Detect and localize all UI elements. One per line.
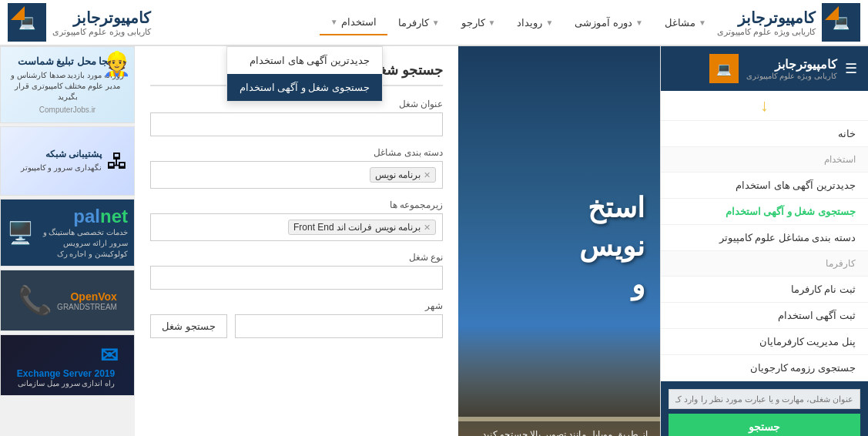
hero-text: استخ نویس و	[579, 189, 645, 305]
site-title-right: کامپیوترجابز	[52, 8, 151, 27]
search-jobs-button[interactable]: جستجو شغل	[150, 314, 227, 338]
ad-block-5[interactable]: ✉ Exchange Server 2019 راه اندازی سرور م…	[0, 334, 135, 396]
network-icon: 🖧	[106, 149, 128, 174]
subcategory-tag: ✕ برنامه نویس فرانت اند Front End	[288, 220, 436, 235]
dropdown-item-search[interactable]: جستجوی شغل و آگهی استخدام	[227, 74, 382, 101]
logo-text-right: کامپیوترجابز کاریابی ویژه علوم کامپیوتری	[52, 8, 151, 37]
category-tag: ✕ برنامه نویس	[370, 167, 436, 183]
site-subtitle-right: کاریابی ویژه علوم کامپیوتری	[52, 27, 151, 37]
exchange-desc: راه اندازی سرور میل سازمانی	[17, 379, 115, 387]
exchange-title: Exchange Server 2019	[17, 368, 115, 379]
down-arrow-area: ↓	[661, 91, 868, 121]
ad2-text-area: پشتیبانی شبکه نگهداری سرور و کامپیوتر	[21, 149, 102, 173]
sidebar-item-job-categories[interactable]: دسته بندی مشاغل علوم کامپیوتر	[661, 225, 868, 251]
logo-text: کامپیوترجابز کاریابی ویژه علوم کامپیوتری	[717, 8, 816, 37]
nav-item-mashaghel[interactable]: ▼ مشاغل	[654, 11, 717, 35]
sidebar-item-search-resumes[interactable]: جستجوی رزومه کارجویان	[661, 355, 868, 381]
subcategory-tag-close[interactable]: ✕	[424, 223, 431, 233]
hero-bottom-text: از طریق موبایل مانند تصویر بالا جستجو کن…	[458, 421, 660, 436]
category-tag-close[interactable]: ✕	[424, 170, 431, 180]
logo-icon-right: 💻	[8, 3, 46, 42]
search-form-panel: جستجو شغل عنوان شغل دسته بندی مشاغل ✕ بر…	[135, 46, 458, 436]
chevron-down-icon: ▼	[432, 18, 440, 27]
sidebar-menu: خانه استخدام جدیدترین آگهی های استخدام ج…	[661, 121, 868, 381]
ads-sidebar: 👷 اینجا محل تبلیغ شماست روزانه مورد بازد…	[0, 46, 135, 436]
hero-text-line2: نویس	[579, 227, 645, 266]
subcategory-tag-input[interactable]: ✕ برنامه نویس فرانت اند Front End	[150, 213, 443, 241]
openvox-brand: OpenVox	[57, 290, 117, 303]
sidebar-item-newest-jobs[interactable]: جدیدترین آگهی های استخدام	[661, 173, 868, 199]
job-type-group: نوع شغل	[150, 252, 443, 290]
hero-gradient	[458, 324, 660, 417]
main-container: ☰ کامپیوترجابز کاریابی ویژه علوم کامپیوت…	[0, 46, 868, 436]
worker-icon: 👷	[102, 50, 131, 77]
sidebar-item-post-job[interactable]: ثبت آگهی استخدام	[661, 303, 868, 329]
job-type-input[interactable]	[150, 266, 443, 290]
ad5-content: ✉ Exchange Server 2019 راه اندازی سرور م…	[17, 343, 118, 387]
ad2-content: 🖧 پشتیبانی شبکه نگهداری سرور و کامپیوتر	[7, 149, 128, 174]
ad-block-2[interactable]: 🖧 پشتیبانی شبکه نگهداری سرور و کامپیوتر	[0, 126, 135, 196]
sidebar-section-karfarma: کارفرما	[661, 251, 868, 277]
exchange-icon: ✉	[17, 343, 118, 368]
subcategory-tag-label: برنامه نویس فرانت اند Front End	[293, 222, 421, 233]
hero-text-line3: و	[579, 267, 645, 305]
sidebar-search-button[interactable]: جستجو	[669, 414, 860, 436]
subcategory-group: زیرمجموعه ها ✕ برنامه نویس فرانت اند Fro…	[150, 200, 443, 241]
estekhdam-dropdown: جدیدترین آگهی های استخدام جستجوی شغل و آ…	[226, 46, 383, 102]
city-search-row: شهر جستجو شغل	[150, 300, 443, 349]
nav-item-estekhdam[interactable]: استخدام ▼	[320, 10, 387, 35]
sidebar-title: کامپیوترجابز	[746, 57, 837, 72]
subcategory-label: زیرمجموعه ها	[150, 200, 443, 210]
chevron-down-icon: ▼	[545, 18, 553, 27]
sidebar-item-register-employer[interactable]: ثبت نام کارفرما	[661, 277, 868, 303]
city-group: شهر	[235, 300, 443, 338]
dropdown-item-newest[interactable]: جدیدترین آگهی های استخدام	[227, 47, 382, 74]
ad-block-4[interactable]: OpenVox GRANDSTREAM 📞	[0, 270, 135, 331]
logo-icon: 💻	[822, 3, 860, 42]
hero-section: استخ نویس و از طریق موبایل مانند تصویر ب…	[458, 46, 660, 436]
category-tag-input[interactable]: ✕ برنامه نویس	[150, 161, 443, 189]
grandstream-brand: GRANDSTREAM	[57, 303, 117, 311]
server-icon: 🖥️	[7, 220, 34, 246]
city-input[interactable]	[235, 314, 443, 338]
ad2-title: پشتیبانی شبکه	[21, 149, 102, 159]
chevron-down-icon: ▼	[635, 18, 643, 27]
sidebar-search-area: جستجو	[661, 381, 868, 436]
nav-item-karjo[interactable]: ▼ کارجو	[451, 11, 507, 35]
nav-item-karfarma[interactable]: ▼ کارفرما	[387, 11, 451, 35]
logo-area-right: کامپیوترجابز کاریابی ویژه علوم کامپیوتری…	[8, 3, 151, 42]
hamburger-icon[interactable]: ☰	[845, 60, 857, 77]
sidebar-header: ☰ کامپیوترجابز کاریابی ویژه علوم کامپیوت…	[661, 46, 868, 91]
category-tag-label: برنامه نویس	[375, 169, 421, 180]
header: 💻 کامپیوترجابز کاریابی ویژه علوم کامپیوت…	[0, 0, 868, 46]
sidebar-search-input[interactable]	[669, 389, 860, 409]
ad-block-3[interactable]: palnet خدمات تخصصی هاستینگ و سرور ارائه …	[0, 199, 135, 267]
nav-item-dawra[interactable]: ▼ دوره آموزشی	[564, 11, 654, 35]
ad3-content: palnet خدمات تخصصی هاستینگ و سرور ارائه …	[40, 206, 128, 260]
palnet-logo: palnet	[40, 206, 128, 227]
site-subtitle: کاریابی ویژه علوم کامپیوتری	[717, 27, 816, 37]
ad2-text: نگهداری سرور و کامپیوتر	[21, 163, 102, 173]
down-arrow-icon: ↓	[760, 96, 769, 115]
site-title: کامپیوترجابز	[717, 8, 816, 27]
sidebar-logo-text: کامپیوترجابز کاریابی ویژه علوم کامپیوتری	[746, 57, 837, 80]
category-label: دسته بندی مشاغل	[150, 147, 443, 158]
hero-text-line1: استخ	[579, 189, 645, 227]
sidebar-logo-icon: 💻	[709, 54, 739, 83]
sidebar-item-search-jobs[interactable]: جستجوی شغل و آگهی استخدام	[661, 199, 868, 225]
phone-icon: 📞	[18, 284, 52, 317]
sidebar: ☰ کامپیوترجابز کاریابی ویژه علوم کامپیوت…	[660, 46, 868, 436]
sidebar-section-estekhdam: استخدام	[661, 147, 868, 173]
sidebar-item-employer-panel[interactable]: پنل مدیریت کارفرمایان	[661, 329, 868, 355]
nav-item-royedad[interactable]: ▼ رویداد	[506, 11, 564, 35]
ad-block-1[interactable]: 👷 اینجا محل تبلیغ شماست روزانه مورد بازد…	[0, 46, 135, 123]
main-nav: ▼ مشاغل ▼ دوره آموزشی ▼ رویداد ▼ کارجو ▼…	[320, 10, 717, 35]
exchange-text-area: Exchange Server 2019 راه اندازی سرور میل…	[17, 368, 115, 387]
chevron-down-icon: ▼	[699, 18, 706, 27]
job-title-input[interactable]	[150, 112, 443, 136]
sidebar-item-home[interactable]: خانه	[661, 121, 868, 147]
chevron-down-icon: ▼	[488, 18, 496, 27]
logo-area: 💻 کامپیوترجابز کاریابی ویژه علوم کامپیوت…	[717, 3, 860, 42]
job-title-group: عنوان شغل	[150, 99, 443, 136]
sidebar-subtitle: کاریابی ویژه علوم کامپیوتری	[746, 72, 837, 80]
